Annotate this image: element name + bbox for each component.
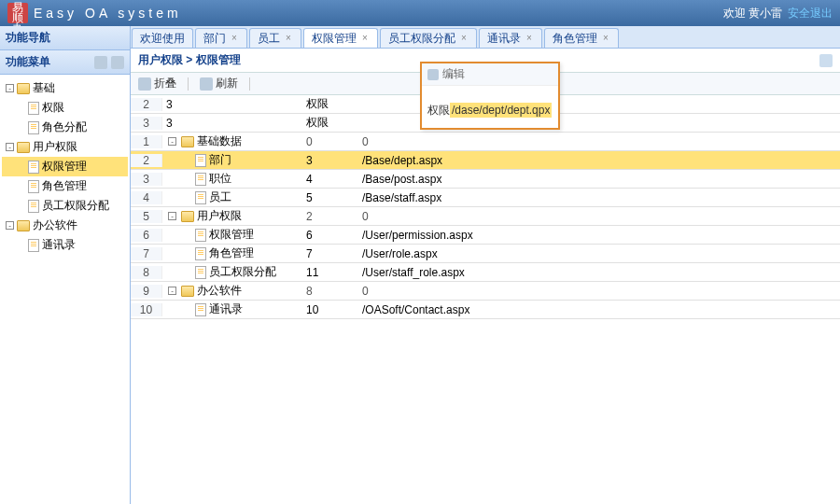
folder-icon (17, 142, 30, 153)
url-cell: /User/role.aspx (358, 247, 840, 260)
app-title: Easy OA system (34, 6, 182, 21)
page-icon (28, 180, 39, 193)
sidebar-tool-icon[interactable] (94, 56, 107, 69)
tab[interactable]: 部门× (195, 28, 247, 48)
tree-group[interactable]: -用户权限 (2, 137, 128, 157)
url-cell: /User/permission.aspx (358, 229, 840, 242)
popup-header[interactable]: 编辑 (422, 63, 558, 86)
help-icon[interactable] (819, 54, 833, 67)
tree-item[interactable]: 角色分配 (2, 118, 128, 137)
sidebar: 功能导航 功能菜单 -基础权限角色分配-用户权限权限管理角色管理员工权限分配-办… (0, 26, 131, 504)
logo-badge: 易顺办公 (7, 3, 28, 23)
tab[interactable]: 员工权限分配× (380, 28, 477, 48)
page-icon (28, 239, 39, 252)
page-icon (195, 173, 206, 186)
close-icon[interactable]: × (230, 34, 239, 43)
tab[interactable]: 员工× (249, 28, 301, 48)
app-logo: 易顺办公 Easy OA system (7, 3, 182, 23)
tree-item[interactable]: 角色管理 (2, 176, 128, 196)
page-icon (195, 303, 206, 316)
tab[interactable]: 权限管理× (303, 28, 378, 48)
close-icon[interactable]: × (459, 34, 469, 43)
url-cell: /Base/staff.aspx (358, 191, 840, 204)
table-row[interactable]: 10通讯录10/OASoft/Contact.aspx (131, 301, 840, 319)
url-cell: /Base/dept.aspx (358, 154, 840, 167)
page-icon (195, 247, 206, 260)
close-icon[interactable]: × (601, 34, 610, 43)
page-icon (28, 200, 39, 213)
tree-group[interactable]: -办公软件 (2, 216, 128, 235)
folder-icon (181, 211, 194, 222)
url-cell: /Base/post.aspx (358, 173, 840, 186)
tree-item[interactable]: 权限 (2, 98, 128, 118)
collapse-button[interactable]: 折叠 (138, 76, 176, 91)
table-row[interactable]: 7角色管理7/User/role.aspx (131, 245, 840, 263)
sidebar-nav-header: 功能导航 (0, 26, 130, 50)
table-row[interactable]: 6权限管理6/User/permission.aspx (131, 226, 840, 245)
folder-icon (181, 136, 194, 147)
popup-field: 权限/dase/dept/dept.qpx (427, 103, 553, 119)
table-row[interactable]: 9-办公软件80 (131, 282, 840, 301)
table-row[interactable]: 4员工5/Base/staff.aspx (131, 189, 840, 207)
page-icon (28, 121, 39, 134)
page-icon (195, 266, 206, 279)
main-area: 欢迎使用部门×员工×权限管理×员工权限分配×通讯录×角色管理× 用户权限 > 权… (131, 26, 840, 504)
folder-icon (17, 220, 30, 231)
edit-icon (427, 69, 439, 80)
url-cell: 0 (358, 285, 840, 298)
sidebar-tree: -基础权限角色分配-用户权限权限管理角色管理员工权限分配-办公软件通讯录 (0, 75, 130, 504)
tree-item[interactable]: 通讯录 (2, 235, 128, 255)
url-cell: 0 (358, 135, 840, 148)
table-row[interactable]: 5-用户权限20 (131, 207, 840, 226)
tab-bar: 欢迎使用部门×员工×权限管理×员工权限分配×通讯录×角色管理× (131, 26, 840, 49)
welcome-text: 欢迎 黄小雷 (723, 6, 782, 21)
refresh-button[interactable]: 刷新 (200, 76, 238, 91)
expander-icon[interactable]: - (6, 84, 14, 92)
sidebar-menu-header: 功能菜单 (0, 50, 130, 75)
collapser-icon[interactable]: - (168, 137, 176, 146)
close-icon[interactable]: × (360, 34, 370, 43)
tree-group[interactable]: -基础 (2, 78, 128, 98)
table-row[interactable]: 2部门3/Base/dept.aspx (131, 151, 840, 170)
tree-item[interactable]: 权限管理 (2, 157, 128, 176)
url-cell: 0 (358, 210, 840, 223)
collapser-icon[interactable]: - (168, 212, 176, 220)
page-icon (195, 191, 206, 204)
folder-icon (181, 286, 194, 297)
page-icon (28, 161, 39, 174)
close-icon[interactable]: × (284, 34, 293, 43)
table-row[interactable]: 8员工权限分配11/User/staff_role.aspx (131, 263, 840, 282)
popup-field-value[interactable]: /dase/dept/dept.qpx (450, 103, 552, 118)
tree-item[interactable]: 员工权限分配 (2, 196, 128, 216)
table-row[interactable]: 1-基础数据00 (131, 133, 840, 151)
expander-icon[interactable]: - (6, 221, 14, 230)
page-icon (28, 102, 39, 115)
table-row[interactable]: 3职位4/Base/post.aspx (131, 170, 840, 189)
top-bar: 易顺办公 Easy OA system 欢迎 黄小雷 安全退出 (0, 0, 840, 26)
url-cell: /OASoft/Contact.aspx (358, 303, 840, 316)
collapse-icon (138, 77, 151, 91)
url-cell: /User/staff_role.aspx (358, 266, 840, 279)
tab[interactable]: 欢迎使用 (132, 28, 193, 48)
welcome-area: 欢迎 黄小雷 安全退出 (723, 6, 833, 21)
sidebar-tool-icon[interactable] (111, 56, 124, 69)
folder-icon (17, 83, 30, 94)
tab[interactable]: 角色管理× (544, 28, 619, 48)
edit-popup: 编辑 权限/dase/dept/dept.qpx (420, 62, 560, 130)
collapser-icon[interactable]: - (168, 287, 176, 295)
permission-grid: 23权限33权限1-基础数据002部门3/Base/dept.aspx3职位4/… (131, 95, 840, 504)
expander-icon[interactable]: - (6, 143, 14, 151)
breadcrumb: 用户权限 > 权限管理 (138, 52, 241, 68)
page-icon (195, 154, 206, 167)
logout-link[interactable]: 安全退出 (788, 6, 833, 21)
refresh-icon (200, 77, 213, 91)
close-icon[interactable]: × (525, 34, 534, 43)
tab[interactable]: 通讯录× (479, 28, 542, 48)
page-icon (195, 229, 206, 242)
